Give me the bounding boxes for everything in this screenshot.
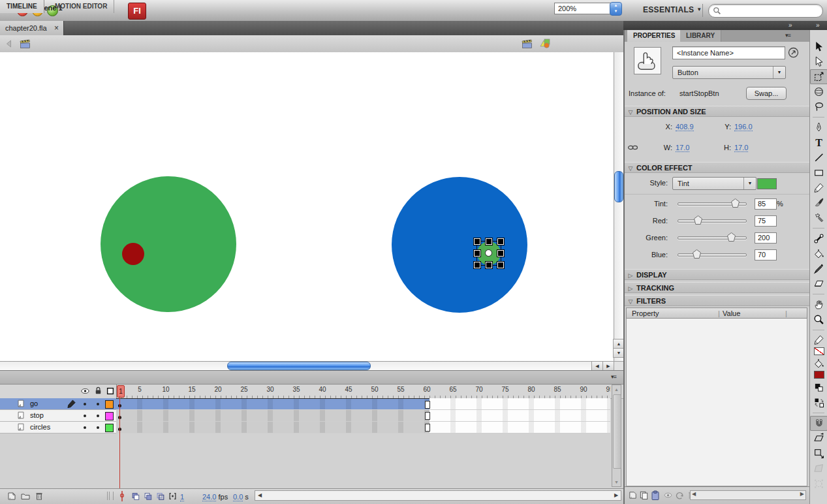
new-filter-icon[interactable]	[628, 490, 638, 501]
timeline-resize-grip[interactable]	[107, 492, 114, 500]
current-frame-indicator[interactable]: 1	[180, 493, 184, 501]
slider-thumb[interactable]	[731, 198, 740, 208]
distort-option[interactable]	[810, 461, 827, 476]
transform-handle[interactable]	[497, 250, 504, 257]
tab-library[interactable]: LIBRARY	[680, 30, 721, 42]
tab-motion-editor[interactable]: MOTION EDITOR	[48, 0, 114, 13]
bone-tool[interactable]	[810, 231, 827, 246]
delete-layer-button[interactable]	[34, 491, 44, 503]
eyedropper-tool[interactable]	[810, 261, 827, 276]
lock-aspect-ratio-icon[interactable]	[627, 144, 638, 153]
layer-frames-go[interactable]	[116, 398, 610, 410]
timeline-frame-ruler[interactable]: 5101520253035404550556065707580859095	[116, 385, 610, 398]
symbol-type-dropdown[interactable]: Button ▼	[672, 66, 786, 79]
layer-name[interactable]: go	[30, 400, 38, 407]
big-green-circle[interactable]	[101, 176, 236, 312]
time-value[interactable]: 0.0	[233, 493, 243, 501]
slider-value-input[interactable]: 85	[755, 198, 777, 210]
new-folder-button[interactable]	[20, 491, 31, 503]
snap-to-objects-toggle[interactable]	[810, 416, 827, 431]
transform-handle[interactable]	[486, 238, 492, 245]
tab-timeline[interactable]: TIMELINE	[0, 0, 44, 13]
layer-visibility-dot[interactable]	[84, 415, 86, 417]
fill-color-swatch[interactable]	[810, 370, 827, 380]
style-dropdown[interactable]: Tint ▼	[672, 177, 757, 190]
stepper-down-icon[interactable]: ▼	[610, 8, 621, 14]
timeline-scroll-thumb[interactable]	[613, 394, 621, 469]
slider-thumb[interactable]	[727, 232, 736, 242]
section-tracking[interactable]: ▷TRACKING	[625, 282, 809, 293]
slider-track[interactable]	[678, 236, 747, 240]
lock-unlock-all-layers-icon[interactable]	[93, 386, 103, 397]
black-and-white-button[interactable]	[810, 380, 827, 395]
slider-value-input[interactable]: 70	[755, 249, 777, 260]
stepper-up-icon[interactable]: ▲	[610, 3, 621, 8]
pencil-tool[interactable]	[810, 180, 827, 195]
timeline-scroll-down-icon[interactable]: ▼	[612, 478, 621, 486]
zoom-stepper[interactable]: ▲ ▼	[610, 2, 622, 16]
pen-tool[interactable]	[810, 120, 827, 135]
swap-button[interactable]: Swap...	[746, 87, 787, 100]
section-color-effect[interactable]: ▽COLOR EFFECT	[625, 162, 809, 173]
subselection-tool[interactable]	[810, 54, 827, 69]
stage-horizontal-scroll-thumb[interactable]	[227, 362, 371, 370]
show-hide-all-layers-icon[interactable]	[80, 386, 90, 397]
fps-value[interactable]: 24.0	[202, 493, 216, 501]
timeline-scroll-up-icon[interactable]: ▲	[612, 385, 621, 394]
slider-track[interactable]	[678, 253, 747, 257]
frame-span[interactable]	[116, 422, 429, 433]
timeline-panel-menu-icon[interactable]: ▾≡	[611, 373, 616, 380]
layer-visibility-dot[interactable]	[84, 426, 86, 429]
close-tab-icon[interactable]: ×	[54, 21, 59, 35]
column-value[interactable]: Value	[723, 308, 740, 319]
scroll-right-icon[interactable]: ▶	[602, 361, 614, 371]
layer-outline-color-swatch[interactable]	[105, 400, 114, 409]
column-divider[interactable]: |	[785, 308, 787, 319]
stroke-color-swatch[interactable]	[810, 346, 827, 356]
slider-thumb[interactable]	[694, 215, 702, 225]
transform-handle[interactable]	[474, 262, 480, 268]
timeline-scroll-right-icon[interactable]: ▶	[612, 491, 621, 500]
paint-bucket-tool[interactable]	[810, 246, 827, 261]
layer-outline-color-swatch[interactable]	[105, 412, 114, 420]
3d-rotation-tool[interactable]	[810, 84, 827, 99]
layer-name[interactable]: circles	[30, 423, 50, 431]
layer-outline-color-swatch[interactable]	[105, 424, 114, 432]
onion-skin-icon[interactable]	[143, 492, 153, 502]
stage-vertical-scroll-thumb[interactable]	[614, 171, 623, 202]
tint-color-swatch[interactable]	[757, 178, 777, 189]
zoom-level-input[interactable]: 200%	[554, 3, 611, 14]
section-filters[interactable]: ▽FILTERS	[625, 295, 809, 306]
transform-handle[interactable]	[474, 250, 480, 257]
frame-end-marker[interactable]	[425, 412, 430, 420]
zoom-tool[interactable]	[810, 312, 827, 327]
scroll-right-icon[interactable]: ▶	[800, 491, 804, 497]
y-value[interactable]: 196.0	[734, 123, 753, 131]
collapse-tools-icon[interactable]: »	[816, 22, 819, 29]
line-tool[interactable]	[810, 150, 827, 165]
frame-rate-indicator[interactable]: 24.0 fps	[202, 493, 228, 501]
stage-canvas[interactable]	[0, 52, 614, 361]
edit-multiple-frames-icon[interactable]	[168, 492, 178, 502]
fill-color-control[interactable]	[810, 356, 827, 370]
layer-lock-dot[interactable]	[97, 415, 99, 417]
properties-panel-menu-icon[interactable]: ▾≡	[785, 32, 790, 39]
frame-span[interactable]	[116, 410, 429, 422]
h-value[interactable]: 17.0	[734, 144, 748, 152]
layer-frames-stop[interactable]	[116, 410, 610, 422]
stage-vertical-scrollbar[interactable]	[614, 52, 624, 361]
scale-option[interactable]	[810, 446, 827, 461]
filters-scrollbar[interactable]: ◀ ▶	[690, 490, 806, 500]
reset-filter-icon[interactable]	[675, 490, 685, 501]
text-tool[interactable]: T	[810, 135, 827, 150]
tab-properties[interactable]: PROPERTIES	[627, 30, 681, 42]
playhead-marker[interactable]: 1	[117, 385, 125, 398]
spray-brush-tool[interactable]	[810, 210, 827, 225]
document-tab[interactable]: chapter20.fla ×	[0, 21, 64, 35]
envelope-option[interactable]	[810, 476, 827, 491]
collapse-panels-icon[interactable]: »	[788, 22, 791, 29]
column-property[interactable]: Property	[632, 308, 659, 319]
transform-handle[interactable]	[486, 262, 492, 268]
transform-handle[interactable]	[474, 238, 480, 245]
rotate-and-skew-option[interactable]	[810, 431, 827, 446]
